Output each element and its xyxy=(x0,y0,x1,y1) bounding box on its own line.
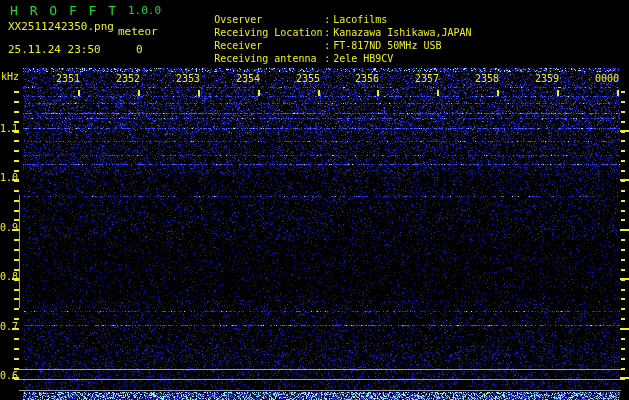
time-tick-label: 2359 xyxy=(534,74,560,84)
time-tick-label: 2352 xyxy=(115,74,141,84)
info-label: Receiving Location xyxy=(214,27,324,38)
info-separator: : xyxy=(324,14,333,25)
time-tick-label: 2351 xyxy=(55,74,81,84)
timestamp: 25.11.24 23:50 xyxy=(8,44,101,55)
meteor-counter-value: 0 xyxy=(136,44,143,55)
freq-tick-label: 0.7 xyxy=(0,322,14,332)
info-label: Receiver xyxy=(214,40,324,51)
info-label: Ovserver xyxy=(214,14,324,25)
meteor-counter-label: meteor xyxy=(118,26,158,37)
freq-tick-label: 1.1 xyxy=(0,124,14,134)
info-separator: : xyxy=(324,40,333,51)
time-tick-label: 2354 xyxy=(235,74,261,84)
freq-tick-label: 1.0 xyxy=(0,173,14,183)
time-tick-label: 2353 xyxy=(175,74,201,84)
info-value: 2ele HB9CV xyxy=(333,53,393,64)
station-info-block: Ovserver:Lacofilms Receiving Location:Ka… xyxy=(178,3,472,55)
time-tick-label: 2358 xyxy=(474,74,500,84)
time-tick-label: 2357 xyxy=(414,74,440,84)
output-filename: XX2511242350.png xyxy=(8,21,114,32)
freq-axis-unit: kHz xyxy=(1,72,19,82)
info-row-observer: Ovserver:Lacofilms xyxy=(178,3,472,16)
info-separator: : xyxy=(324,27,333,38)
time-tick-label: 2356 xyxy=(354,74,380,84)
info-value: FT-817ND 50MHz USB xyxy=(333,40,441,51)
hrofft-screen: H R O F F T 1.0.0 XX2511242350.png meteo… xyxy=(0,0,629,400)
time-tick-label: 2355 xyxy=(295,74,321,84)
time-tick-label: 0000 xyxy=(594,74,620,84)
app-version: 1.0.0 xyxy=(128,5,161,16)
info-value: Lacofilms xyxy=(333,14,387,25)
app-title: H R O F F T xyxy=(10,4,118,17)
freq-tick-label: 0.6 xyxy=(0,371,14,381)
info-value: Kanazawa Ishikawa,JAPAN xyxy=(333,27,471,38)
freq-tick-label: 0.9 xyxy=(0,223,14,233)
info-separator: : xyxy=(324,53,333,64)
info-label: Receiving antenna xyxy=(214,53,324,64)
freq-tick-label: 0.8 xyxy=(0,272,14,282)
